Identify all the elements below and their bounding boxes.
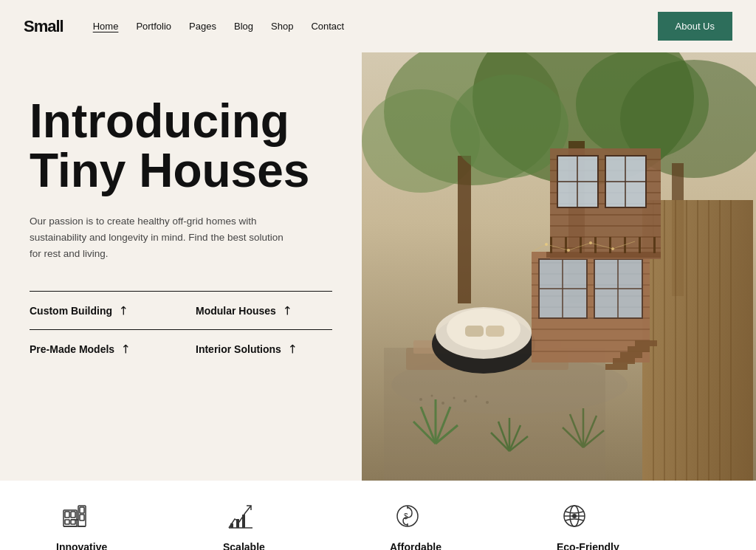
- left-panel: Introducing Tiny Houses Our passion is t…: [0, 52, 362, 481]
- links-grid: Custom Building ↗ Modular Houses ↗ Pre-M…: [30, 291, 332, 368]
- svg-rect-77: [605, 364, 628, 370]
- arrow-icon-1: ↗: [114, 302, 131, 319]
- svg-rect-18: [486, 326, 504, 337]
- link-modular-houses[interactable]: Modular Houses ↗: [181, 291, 332, 329]
- arrow-icon-3: ↗: [117, 340, 134, 357]
- innovative-icon: [56, 498, 92, 534]
- svg-rect-69: [609, 237, 611, 253]
- svg-point-94: [431, 395, 433, 397]
- svg-rect-64: [546, 252, 661, 258]
- feature-affordable: $ Affordable Natus error sit voluptatem …: [378, 498, 545, 550]
- svg-point-99: [486, 401, 489, 404]
- svg-point-98: [475, 396, 478, 398]
- hero-title: Introducing Tiny Houses: [30, 97, 332, 196]
- svg-text:$: $: [404, 512, 408, 520]
- feature-eco-friendly: Eco-Friendly Natus error sit voluptatem …: [545, 498, 712, 550]
- arrow-icon-2: ↗: [278, 302, 295, 319]
- affordable-icon: $: [390, 498, 425, 534]
- eco-friendly-icon: [557, 498, 592, 534]
- feature-scalable: Scalable Natus error sit voluptatem accu…: [211, 498, 378, 550]
- hero-description: Our passion is to create healthy off-gri…: [30, 213, 295, 261]
- nav: Home Portfolio Pages Blog Shop Contact: [93, 21, 344, 32]
- svg-rect-67: [580, 237, 582, 253]
- about-button[interactable]: About Us: [658, 12, 732, 41]
- nav-portfolio[interactable]: Portfolio: [136, 21, 171, 32]
- svg-rect-72: [653, 237, 656, 253]
- scalable-icon: [223, 498, 258, 534]
- hero-image-panel: [362, 52, 756, 481]
- svg-rect-5: [458, 156, 471, 303]
- svg-point-96: [453, 397, 456, 399]
- eco-friendly-title: Eco-Friendly: [557, 541, 619, 550]
- svg-rect-66: [565, 237, 567, 253]
- svg-rect-74: [628, 346, 650, 352]
- features-section: Innovative Natus error sit voluptatem ac…: [0, 481, 756, 550]
- scalable-title: Scalable: [223, 541, 265, 550]
- svg-rect-114: [230, 523, 233, 528]
- svg-rect-111: [80, 515, 84, 520]
- svg-point-125: [572, 514, 577, 518]
- svg-rect-68: [594, 237, 597, 253]
- innovative-title: Innovative: [56, 541, 107, 550]
- link-premade-models[interactable]: Pre-Made Models ↗: [30, 329, 181, 368]
- svg-rect-106: [71, 512, 75, 518]
- nav-shop[interactable]: Shop: [271, 21, 293, 32]
- svg-rect-76: [613, 358, 635, 364]
- nav-pages[interactable]: Pages: [189, 21, 216, 32]
- link-interior-solutions[interactable]: Interior Solutions ↗: [181, 329, 332, 368]
- main-section: Introducing Tiny Houses Our passion is t…: [0, 52, 756, 481]
- svg-point-93: [419, 398, 422, 401]
- svg-point-102: [589, 241, 592, 244]
- svg-rect-73: [635, 340, 657, 346]
- svg-rect-75: [620, 352, 642, 358]
- svg-point-101: [567, 249, 570, 252]
- feature-innovative: Innovative Natus error sit voluptatem ac…: [44, 498, 211, 550]
- svg-point-97: [464, 399, 467, 402]
- nav-blog[interactable]: Blog: [234, 21, 253, 32]
- svg-rect-105: [65, 512, 69, 518]
- svg-rect-17: [465, 326, 484, 337]
- svg-rect-108: [71, 520, 75, 524]
- svg-point-100: [545, 243, 548, 246]
- arrow-icon-4: ↗: [284, 340, 300, 357]
- affordable-title: Affordable: [390, 541, 441, 550]
- link-custom-building[interactable]: Custom Building ↗: [30, 291, 181, 329]
- svg-point-103: [611, 247, 614, 250]
- nav-contact[interactable]: Contact: [311, 21, 344, 32]
- svg-point-95: [441, 402, 444, 405]
- hero-image: [362, 52, 756, 481]
- svg-rect-71: [639, 237, 641, 253]
- svg-rect-116: [242, 515, 245, 528]
- logo: Small: [24, 17, 63, 36]
- header: Small Home Portfolio Pages Blog Shop Con…: [0, 0, 756, 52]
- nav-home[interactable]: Home: [93, 21, 119, 32]
- svg-rect-107: [65, 520, 69, 524]
- svg-point-9: [576, 52, 709, 159]
- svg-rect-110: [80, 507, 84, 513]
- svg-rect-115: [236, 519, 239, 528]
